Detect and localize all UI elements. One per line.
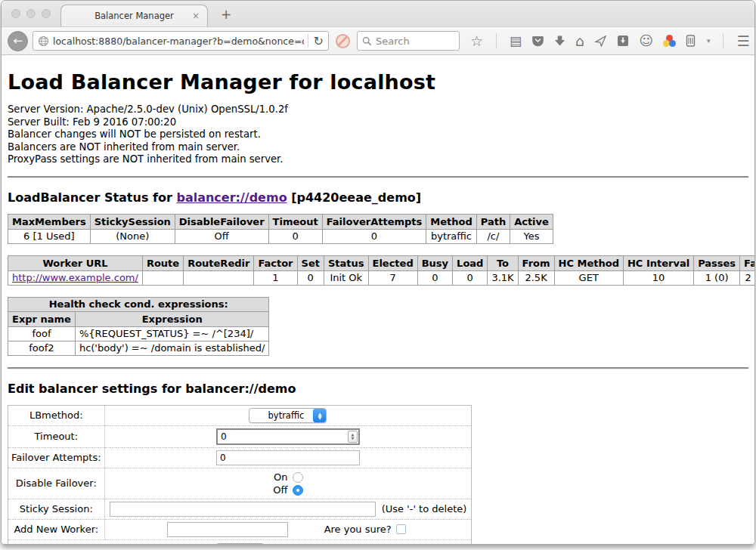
failover-attempts-row: Failover Attempts: <box>8 447 472 468</box>
inherit-note-line: Balancers are NOT inherited from main se… <box>8 141 748 154</box>
forum-smiley-icon[interactable]: ☺ <box>639 34 653 48</box>
status-heading: LoadBalancer Status for balancer://demo … <box>8 190 748 205</box>
tab-title: Balancer Manager <box>94 11 174 21</box>
color-dots-icon[interactable] <box>663 35 676 47</box>
col-maxmembers: MaxMembers <box>8 214 91 229</box>
toolbar-divider <box>723 33 723 48</box>
pocket-icon[interactable] <box>531 35 544 47</box>
lbmethod-row: LBmethod: bytraffic ▲▼ <box>8 405 472 425</box>
worker-row: http://www.example.com/ 1 0 Init Ok 7 0 … <box>8 270 755 285</box>
search-icon <box>362 36 372 46</box>
divider <box>8 367 748 369</box>
col-stickysession: StickySession <box>90 214 175 229</box>
window-controls[interactable] <box>11 9 51 18</box>
server-info: Server Version: Apache/2.5.0-dev (Unix) … <box>8 104 748 166</box>
balancer-demo-link[interactable]: balancer://demo <box>176 190 287 205</box>
browser-window: Balancer Manager × + ← localhost:8880/ba… <box>1 0 755 545</box>
navigation-toolbar: ← localhost:8880/balancer-manager?b=demo… <box>2 26 754 55</box>
col-disablefailover: DisableFailover <box>175 214 268 229</box>
url-divider <box>308 34 308 48</box>
add-worker-row: Add New Worker: Are you sure? <box>8 519 472 539</box>
disable-failover-row: Disable Failover: On Off <box>8 468 472 499</box>
submit-button[interactable]: Submit <box>215 543 265 544</box>
add-worker-input[interactable] <box>167 522 288 537</box>
search-bar[interactable] <box>357 31 460 51</box>
timeout-input[interactable]: 0 ▲▼ <box>216 428 360 445</box>
lbmethod-label: LBmethod: <box>8 405 105 425</box>
edit-settings-heading: Edit balancer settings for balancer://de… <box>8 382 748 396</box>
sticky-session-hint: (Use '-' to delete) <box>382 503 469 514</box>
worker-url-link[interactable]: http://www.example.com/ <box>12 272 138 283</box>
minimize-window-button[interactable] <box>26 9 36 18</box>
globe-icon <box>38 36 49 47</box>
page-title: Load Balancer Manager for localhost <box>8 70 748 94</box>
are-you-sure-label: Are you sure? <box>324 524 392 535</box>
are-you-sure-checkbox[interactable] <box>396 524 406 534</box>
failover-attempts-input[interactable] <box>216 450 360 465</box>
tab-balancer-manager[interactable]: Balancer Manager × <box>60 5 208 26</box>
page-content: Load Balancer Manager for localhost Serv… <box>2 55 754 544</box>
number-spinner-icon[interactable]: ▲▼ <box>348 431 358 443</box>
sticky-session-input[interactable] <box>110 502 376 517</box>
sticky-session-row: Sticky Session: (Use '-' to delete) <box>8 499 472 519</box>
balancer-status-table: MaxMembers StickySession DisableFailover… <box>8 214 553 244</box>
radio-on-label: On <box>274 471 287 483</box>
chevron-down-icon[interactable]: ▾ <box>707 37 711 45</box>
container-icon[interactable] <box>686 35 696 47</box>
table-row: 6 [1 Used] (None) Off 0 0 bytraffic /c/ … <box>8 229 553 243</box>
table-header-row: MaxMembers StickySession DisableFailover… <box>8 214 553 229</box>
back-button[interactable]: ← <box>8 31 28 51</box>
lbmethod-selected-value: bytraffic <box>259 410 313 421</box>
radio-off-button[interactable] <box>293 485 303 496</box>
radio-on-line: On <box>273 471 302 484</box>
proxypass-note-line: ProxyPass settings are NOT inherited fro… <box>8 153 748 166</box>
health-check-table: Health check cond. expressions: Expr nam… <box>8 297 269 356</box>
submit-row: Submit <box>8 539 472 544</box>
server-version-line: Server Version: Apache/2.5.0-dev (Unix) … <box>8 104 748 116</box>
add-worker-label: Add New Worker: <box>8 519 105 539</box>
table-header-row: Expr name Expression <box>8 311 269 326</box>
save-to-device-icon[interactable] <box>617 35 629 47</box>
col-active: Active <box>510 214 553 229</box>
divider <box>8 176 748 178</box>
health-row: foof2 hc('body') =~ /domain is establish… <box>8 341 269 355</box>
tab-close-icon[interactable]: × <box>192 11 200 21</box>
col-method: Method <box>426 214 476 229</box>
url-text[interactable]: localhost:8880/balancer-manager?b=demo&n… <box>53 36 304 47</box>
timeout-value: 0 <box>221 431 348 442</box>
toolbar-divider <box>496 33 497 48</box>
url-bar[interactable]: localhost:8880/balancer-manager?b=demo&n… <box>33 31 329 51</box>
content-blocked-icon[interactable] <box>336 34 350 48</box>
radio-off-line: Off <box>273 484 302 496</box>
failover-attempts-label: Failover Attempts: <box>8 447 105 468</box>
timeout-label: Timeout: <box>8 425 105 447</box>
radio-on-button[interactable] <box>293 472 303 483</box>
table-header-row: Worker URL Route RouteRedir Factor Set S… <box>8 255 755 270</box>
radio-off-label: Off <box>273 484 287 496</box>
edit-balancer-form: LBmethod: bytraffic ▲▼ Timeout: 0 ▲▼ <box>8 405 472 544</box>
search-input[interactable] <box>376 36 454 47</box>
col-failoverattempts: FailoverAttempts <box>322 214 426 229</box>
col-path: Path <box>476 214 510 229</box>
persist-note-line: Balancer changes will NOT be persisted o… <box>8 128 748 141</box>
server-built-line: Server Built: Feb 9 2016 07:00:20 <box>8 116 748 129</box>
close-window-button[interactable] <box>11 9 20 18</box>
downloads-icon[interactable] <box>554 35 565 47</box>
menu-hamburger-icon[interactable]: ☰ <box>736 34 749 48</box>
bookmark-star-icon[interactable]: ☆ <box>470 34 483 48</box>
tab-bar: Balancer Manager × + <box>2 1 754 26</box>
zoom-window-button[interactable] <box>42 9 51 18</box>
home-icon[interactable]: ⌂ <box>575 34 584 48</box>
disable-failover-label: Disable Failover: <box>8 468 105 499</box>
sticky-session-label: Sticky Session: <box>8 499 105 519</box>
bookmarks-sidebar-icon[interactable]: ▤ <box>510 35 522 48</box>
send-tab-icon[interactable] <box>594 36 607 47</box>
lbmethod-select[interactable]: bytraffic ▲▼ <box>249 408 327 423</box>
toolbar-icons: ☆ ▤ ⌂ ☺ ▾ ☰ ▦ <box>470 33 755 48</box>
worker-table: Worker URL Route RouteRedir Factor Set S… <box>8 255 754 286</box>
health-caption-row: Health check cond. expressions: <box>8 297 269 311</box>
status-heading-suffix: [p4420eeae_demo] <box>287 190 422 205</box>
reload-icon[interactable]: ↻ <box>312 34 325 48</box>
new-tab-button[interactable]: + <box>221 7 231 22</box>
health-caption: Health check cond. expressions: <box>8 297 269 311</box>
